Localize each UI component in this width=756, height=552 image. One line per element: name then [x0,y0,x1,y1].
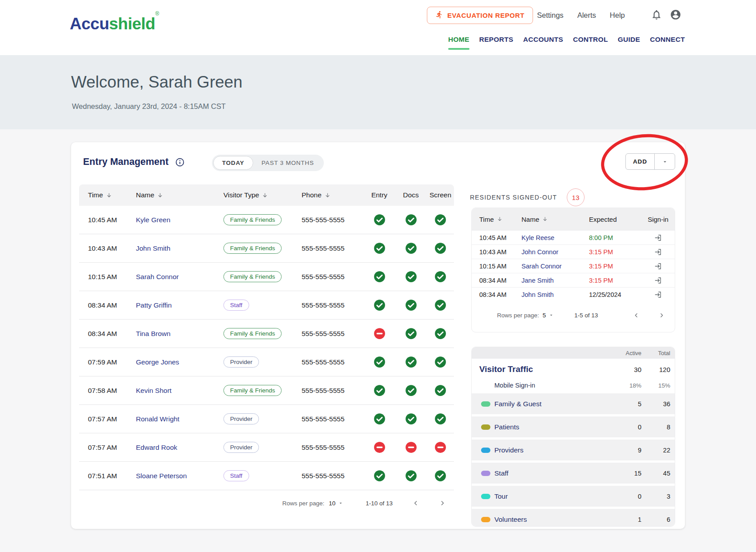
cell-name-link[interactable]: Tina Brown [136,330,223,338]
entry-status-check-icon [364,271,395,283]
resident-name-link[interactable]: Kyle Reese [521,234,589,241]
docs-status-check-icon [395,384,427,396]
resident-name-link[interactable]: John Smith [521,291,589,298]
cell-name-link[interactable]: Kevin Short [136,387,223,395]
res-col-signin: Sign-in [641,216,675,223]
nav-tab-accounts[interactable]: ACCOUNTS [523,36,563,50]
header-link-alerts[interactable]: Alerts [577,11,596,20]
entry-table-body: 10:45 AMKyle GreenFamily & Friends555-55… [79,206,454,490]
date-range-toggle: TODAY PAST 3 MONTHS [212,155,324,171]
screen-status-check-icon [427,242,454,254]
cell-time: 07:57 AM [79,444,136,452]
cell-visitor-type: Staff [223,300,302,311]
logo-part-green: shield [109,15,155,33]
cell-name-link[interactable]: George Jones [136,358,223,366]
sign-in-icon-button[interactable] [641,248,675,256]
sort-icon-name[interactable] [157,192,163,199]
screen-status-check-icon [427,470,454,482]
res-next-page-button[interactable] [658,312,665,319]
docs-status-check-icon [395,470,427,482]
resident-row: 10:43 AMJohn Connor3:15 PM [472,244,675,259]
nav-tab-control[interactable]: CONTROL [573,36,608,50]
sign-in-icon-button[interactable] [641,276,675,284]
resident-time: 08:34 AM [472,291,521,298]
nav-tab-home[interactable]: HOME [448,36,470,50]
cell-time: 10:15 AM [79,273,136,281]
info-icon[interactable] [175,157,185,167]
resident-time: 10:45 AM [472,234,521,241]
sort-icon-res-time[interactable] [497,216,503,222]
toggle-past-3-months[interactable]: PAST 3 MONTHS [253,156,322,169]
category-total-count: 6 [647,516,670,523]
header-link-help[interactable]: Help [610,11,625,20]
entry-status-check-icon [364,356,395,368]
resident-name-link[interactable]: Jane Smith [521,277,589,284]
bell-icon[interactable] [651,9,662,20]
sort-icon-phone[interactable] [324,192,331,199]
entry-status-minus-icon [364,441,395,453]
header-link-settings[interactable]: Settings [537,11,564,20]
docs-status-check-icon [395,271,427,283]
cell-phone: 555-555-5555 [302,330,364,338]
toggle-today[interactable]: TODAY [213,156,253,170]
visitor-traffic-active: 30 [616,366,641,373]
resident-row: 10:15 AMSarah Connor3:15 PM [472,259,675,273]
cell-name-link[interactable]: Edward Rook [136,444,223,452]
nav-tab-reports[interactable]: REPORTS [479,36,513,50]
res-rows-per-page-select[interactable]: 5 [543,312,554,319]
logo-part-blue: Accu [70,15,109,33]
sign-in-icon-button[interactable] [641,234,675,242]
visitor-traffic-total: 120 [647,366,670,373]
res-rows-per-page-label: Rows per page: [497,312,539,319]
sign-in-icon-button[interactable] [641,262,675,270]
visitor-category-row: Providers922 [472,440,675,460]
add-dropdown-caret[interactable] [655,154,675,169]
cell-name-link[interactable]: Sarah Connor [136,273,223,281]
visitor-type-badge: Family & Friends [223,385,282,396]
add-button[interactable]: ADD [626,154,654,169]
cell-name-link[interactable]: Sloane Peterson [136,472,223,480]
accushield-logo: Accushield® [70,15,159,33]
cell-name-link[interactable]: Ronald Wright [136,415,223,423]
nav-tab-guide[interactable]: GUIDE [618,36,641,50]
resident-time: 10:15 AM [472,263,521,270]
sort-icon-visitor-type[interactable] [262,192,268,199]
nav-tab-connect[interactable]: CONNECT [650,36,685,50]
table-row: 10:45 AMKyle GreenFamily & Friends555-55… [79,206,454,234]
res-prev-page-button[interactable] [633,312,640,319]
cell-name-link[interactable]: Patty Griffin [136,301,223,309]
screen-status-check-icon [427,384,454,396]
page: Accushield® EVACUATION REPORT SettingsAl… [0,0,756,552]
cell-visitor-type: Family & Friends [223,328,302,339]
evacuation-report-button[interactable]: EVACUATION REPORT [427,7,533,24]
category-total-count: 22 [647,447,670,454]
rows-per-page-select[interactable]: 10 [329,500,343,507]
entry-status-check-icon [364,214,395,226]
resident-row: 08:34 AMJane Smith3:15 PM [472,273,675,287]
cell-visitor-type: Family & Friends [223,214,302,225]
visitor-category-row: Family & Guest536 [472,393,675,414]
category-active-count: 1 [616,516,641,523]
table-row: 07:57 AMRonald WrightProvider555-555-555… [79,405,454,433]
resident-name-link[interactable]: Sarah Connor [521,263,589,270]
sort-icon-res-name[interactable] [542,216,548,222]
header-links: SettingsAlertsHelp [537,7,625,24]
entry-status-check-icon [364,413,395,425]
resident-name-link[interactable]: John Connor [521,248,589,256]
sign-in-icon-button[interactable] [641,291,675,299]
resident-expected: 3:15 PM [589,263,641,270]
next-page-button[interactable] [439,500,446,507]
category-color-pill-icon [481,471,490,476]
screen-status-check-icon [427,271,454,283]
cell-time: 07:51 AM [79,472,136,480]
category-color-pill-icon [481,494,490,499]
table-row: 07:59 AMGeorge JonesProvider555-555-5555 [79,348,454,376]
cell-name-link[interactable]: John Smith [136,244,223,252]
account-avatar-icon[interactable] [670,9,681,20]
prev-page-button[interactable] [412,500,419,507]
sort-icon-time[interactable] [106,192,112,199]
cell-name-link[interactable]: Kyle Green [136,216,223,224]
residents-table-header: Time Name Expected Sign-in [472,208,675,230]
resident-time: 08:34 AM [472,277,521,284]
welcome-banner: Welcome, Sarah Green Wednesday, January … [0,55,756,129]
